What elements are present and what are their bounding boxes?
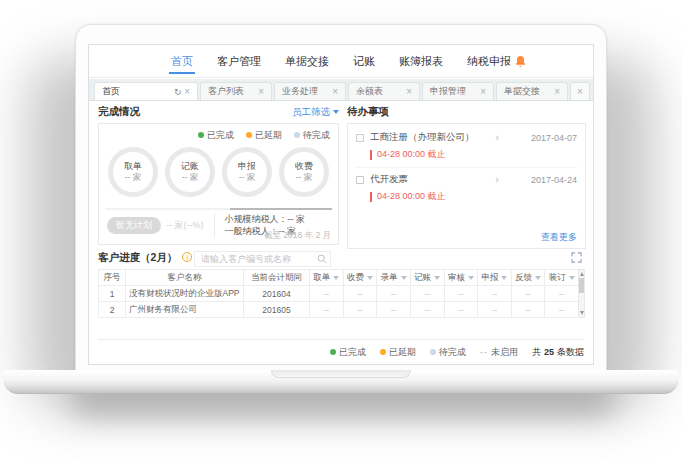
scrollbar-thumb[interactable]	[579, 278, 584, 293]
sort-icon	[401, 276, 407, 280]
cell-status: --	[343, 302, 377, 318]
col-review[interactable]: 审核	[444, 270, 478, 286]
cell-status: --	[478, 302, 512, 318]
laptop-base	[4, 370, 678, 394]
close-icon[interactable]: ×	[480, 87, 486, 97]
col-filing[interactable]: 申报	[478, 270, 512, 286]
checkbox[interactable]	[356, 134, 364, 142]
completion-circles: 取单 -- 家 记账 -- 家 申报 -- 家 收费	[99, 142, 338, 197]
nav-item-tax-filing[interactable]: 纳税申报	[467, 45, 511, 77]
legend-dot-done	[198, 132, 204, 138]
search-icon[interactable]	[317, 254, 327, 264]
employee-filter[interactable]: 员工筛选	[292, 106, 339, 119]
legend-item: 已延期	[246, 129, 282, 142]
info-icon[interactable]: i	[182, 252, 192, 262]
tab-business-processing[interactable]: 业务处理 ×	[274, 82, 346, 100]
legend-item: 已延期	[380, 346, 416, 359]
col-period: 当前会计期间	[244, 270, 310, 286]
todo-item[interactable]: 工商注册（办理新公司） › 2017-04-07 04-28 00:00 截止	[356, 126, 577, 167]
table-scrollbar[interactable]	[578, 269, 585, 318]
top-navbar: 首页 客户管理 单据交接 记账 账簿报表 纳税申报	[89, 45, 593, 78]
col-bookkeeping[interactable]: 记账	[410, 270, 444, 286]
scroll-up-icon[interactable]	[580, 272, 584, 276]
sort-icon	[569, 276, 575, 280]
cell-customer-name: 广州财务有限公司	[126, 302, 244, 318]
table-row[interactable]: 1 没有财税状况时的企业版APP 201604 -- -- -- -- -- -…	[99, 286, 579, 302]
search-input[interactable]	[194, 251, 331, 267]
table-row[interactable]: 2 广州财务有限公司 201605 -- -- -- -- -- -- -- -…	[99, 302, 579, 318]
checkbox[interactable]	[356, 176, 364, 184]
tab-label: 单据交接	[504, 85, 540, 98]
cell-status: --	[478, 286, 512, 302]
legend-item: 待完成	[294, 129, 330, 142]
close-icon[interactable]: ×	[577, 87, 583, 97]
view-more-link[interactable]: 查看更多	[541, 231, 577, 244]
progress-title: 客户进度（2月）	[98, 251, 177, 263]
circle-bookkeeping: 记账 -- 家	[165, 147, 215, 197]
total-count: 共25条数据	[532, 346, 584, 359]
cell-status: --	[310, 302, 344, 318]
circle-filing: 申报 -- 家	[222, 147, 272, 197]
cell-status: --	[377, 286, 411, 302]
laptop-notch	[271, 370, 411, 378]
tab-label: 客户列表	[208, 85, 244, 98]
tab-filing-mgmt[interactable]: 申报管理 ×	[422, 82, 494, 100]
close-icon[interactable]: ×	[406, 87, 412, 97]
close-icon[interactable]: ×	[554, 87, 560, 97]
completion-title: 完成情况	[98, 105, 140, 119]
nav-item-bookkeeping[interactable]: 记账	[353, 45, 375, 77]
todo-date: 2017-04-07	[527, 133, 577, 143]
col-entry[interactable]: 录单	[377, 270, 411, 286]
table-footer: 已完成 已延期 待完成 --未启用 共25条数据	[98, 339, 584, 359]
scrollbar-thumb[interactable]	[230, 208, 332, 210]
col-feedback[interactable]: 反馈	[511, 270, 545, 286]
todo-date: 2017-04-24	[527, 175, 577, 185]
col-binding[interactable]: 装订	[545, 270, 579, 286]
legend-dot-pending	[430, 349, 436, 355]
close-icon[interactable]: ×	[258, 87, 264, 97]
sort-icon	[501, 276, 507, 280]
legend-dot-done	[330, 349, 336, 355]
laptop-screen: 首页 客户管理 单据交接 记账 账簿报表 纳税申报	[88, 44, 594, 365]
deadline-text: 04-28 00:00 截止	[377, 148, 446, 161]
sort-icon	[367, 276, 373, 280]
chevron-right-icon[interactable]: ›	[495, 174, 499, 185]
no-plan-button[interactable]: 暂无计划	[107, 217, 161, 234]
tab-empty[interactable]: ×	[570, 82, 590, 100]
tab-customer-list[interactable]: 客户列表 ×	[200, 82, 272, 100]
nav-item-customer-mgmt[interactable]: 客户管理	[217, 45, 261, 77]
scroll-down-icon[interactable]	[580, 311, 584, 315]
divider	[214, 213, 215, 237]
col-billing[interactable]: 收费	[343, 270, 377, 286]
expand-icon[interactable]	[571, 252, 582, 263]
table-header-row: 序号 客户名称 当前会计期间 取单 收费 录单 记账 审核 申报 反馈 装订	[99, 270, 579, 286]
employee-filter-label: 员工筛选	[292, 106, 330, 119]
cell-status: --	[310, 286, 344, 302]
refresh-icon[interactable]: ↻	[174, 87, 182, 97]
cell-period: 201604	[244, 286, 310, 302]
tab-balance-sheet[interactable]: 余额表 ×	[348, 82, 420, 100]
legend-dot-overdue	[380, 349, 386, 355]
close-icon[interactable]: ×	[332, 87, 338, 97]
nav-item-doc-handover[interactable]: 单据交接	[285, 45, 329, 77]
col-pickup[interactable]: 取单	[310, 270, 344, 286]
cell-customer-name: 没有财税状况时的企业版APP	[126, 286, 244, 302]
tab-home[interactable]: 首页 ↻ ×	[94, 82, 198, 100]
horizontal-scrollbar[interactable]	[105, 208, 332, 210]
nav-item-home[interactable]: 首页	[171, 45, 193, 77]
bell-icon[interactable]	[514, 55, 527, 69]
cell-status: --	[444, 302, 478, 318]
as-of-date: 截至 2018 年 2 月	[264, 230, 331, 242]
cell-period: 201605	[244, 302, 310, 318]
sort-icon	[468, 276, 474, 280]
legend-dot-pending	[294, 132, 300, 138]
deadline-bar	[370, 192, 372, 202]
close-icon[interactable]: ×	[184, 86, 190, 97]
sort-icon	[333, 276, 339, 280]
cell-status: --	[545, 286, 579, 302]
chevron-right-icon[interactable]: ›	[495, 132, 499, 143]
legend-item: 已完成	[198, 129, 234, 142]
nav-item-ledger-reports[interactable]: 账簿报表	[399, 45, 443, 77]
tab-doc-handover[interactable]: 单据交接 ×	[496, 82, 568, 100]
todo-item[interactable]: 代开发票 › 2017-04-24 04-28 00:00 截止	[356, 167, 577, 209]
